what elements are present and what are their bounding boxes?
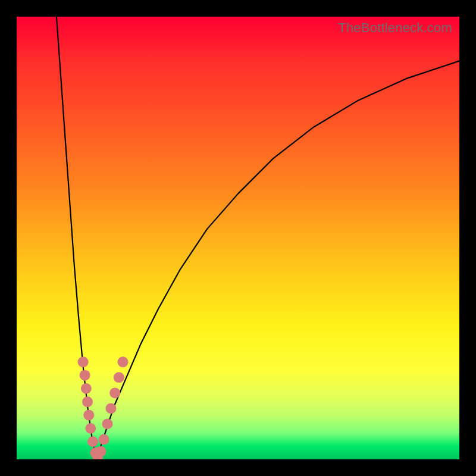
bead-point	[95, 446, 106, 457]
bead-point	[87, 436, 98, 447]
bead-point	[105, 403, 116, 414]
bead-point	[81, 383, 92, 394]
watermark-text: TheBottleneck.com	[338, 20, 452, 36]
bead-point	[78, 356, 89, 367]
bead-layer	[78, 356, 129, 459]
bead-point	[118, 356, 129, 367]
bead-point	[83, 410, 94, 421]
bead-point	[109, 387, 120, 398]
curve-right-branch	[96, 61, 459, 459]
bead-point	[114, 372, 124, 383]
chart-svg	[17, 17, 459, 459]
chart-frame: TheBottleneck.com	[0, 0, 476, 476]
bead-point	[99, 434, 109, 445]
bead-point	[82, 396, 93, 407]
bead-point	[102, 418, 113, 429]
curve-left-branch	[57, 17, 96, 459]
bead-point	[85, 423, 96, 434]
bead-point	[80, 370, 90, 381]
plot-area: TheBottleneck.com	[17, 17, 459, 459]
